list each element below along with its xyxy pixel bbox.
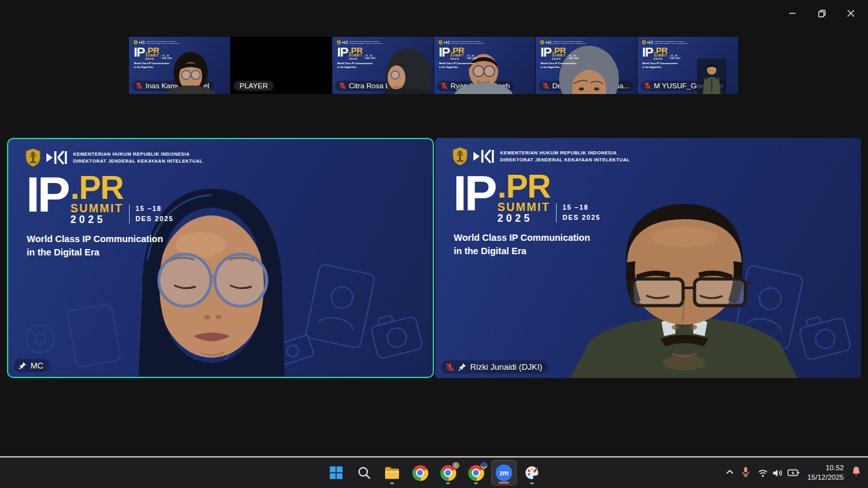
- bell-icon: [851, 466, 862, 477]
- chrome-profile-badge: [480, 461, 488, 470]
- logo-ip-text: IP: [453, 173, 495, 224]
- zoom-app-icon: zm: [496, 464, 512, 481]
- windows-start-icon: [329, 466, 343, 480]
- ministry-text: KEMENTERIAN HUKUM REPUBLIK INDONESIA DIR…: [553, 41, 587, 44]
- event-tagline: World Class IP Communication in the Digi…: [337, 62, 386, 69]
- event-dates: 15 –18 DES 2025: [467, 55, 477, 60]
- ippr-logo: IP .PR SUMMIT 2025 15 –18 DES 2025: [439, 47, 488, 60]
- thumbnail-inas[interactable]: KEMENTERIAN HUKUM REPUBLIK INDONESIA DIR…: [129, 37, 231, 94]
- summit-block: SUMMIT 2025: [71, 203, 123, 226]
- tray-date: 15/12/2025: [807, 473, 844, 482]
- running-indicator: [446, 482, 450, 484]
- restore-button[interactable]: [807, 4, 836, 23]
- logo-pr-text: .PR: [71, 175, 173, 201]
- brand-header: KEMENTERIAN HUKUM REPUBLIK INDONESIA DIR…: [452, 147, 642, 166]
- kemenkumham-logo-icon: [25, 148, 41, 167]
- chrome-profile2-button[interactable]: [463, 460, 489, 485]
- event-branding: KEMENTERIAN HUKUM REPUBLIK INDONESIA DIR…: [133, 40, 183, 69]
- ippr-logo: IP .PR SUMMIT 2025 15 –18 DES 2025: [642, 47, 691, 60]
- participant-name: MC: [31, 361, 43, 370]
- logo-ip-text: IP: [337, 47, 348, 60]
- participant-name-label: MC: [14, 359, 50, 372]
- event-dates: 15 –18 DES 2025: [162, 55, 172, 60]
- summit-block: SUMMIT 2025: [349, 54, 363, 60]
- participant-name: Rizki Junaidi (DJKI): [470, 362, 542, 372]
- chrome-icon: [412, 465, 428, 481]
- divider: [129, 205, 130, 224]
- logo-ip-text: IP: [134, 47, 145, 60]
- minimize-button[interactable]: [778, 4, 807, 23]
- zoom-app-button[interactable]: zm: [491, 460, 517, 485]
- notification-bell-button[interactable]: [851, 466, 862, 480]
- djki-logo-icon: [648, 41, 653, 44]
- tray-mic-in-use[interactable]: [741, 466, 750, 480]
- ministry-line1: KEMENTERIAN HUKUM REPUBLIK INDONESIA: [500, 149, 630, 156]
- djki-logo-icon: [46, 151, 69, 165]
- thumbnail-yusuf[interactable]: KEMENTERIAN HUKUM REPUBLIK INDONESIA DIR…: [637, 37, 739, 94]
- branding-slot: KEMENTERIAN HUKUM REPUBLIK INDONESIA DIR…: [540, 40, 637, 94]
- event-dates: 15 –18 DES 2025: [569, 55, 579, 60]
- summit-block: SUMMIT 2025: [498, 201, 550, 224]
- brand-header: KEMENTERIAN HUKUM REPUBLIK INDONESIA DIR…: [25, 148, 215, 167]
- close-button[interactable]: [836, 4, 865, 23]
- event-dates: 15 –18 DES 2025: [562, 203, 600, 223]
- ministry-line2: DIREKTORAT JENDERAL KEKAYAAN INTELEKTUAL: [654, 43, 688, 44]
- participant-name-label: Rizki Junaidi (DJKI): [441, 360, 548, 374]
- video-tile-rizki[interactable]: KEMENTERIAN HUKUM REPUBLIK INDONESIA DIR…: [435, 138, 861, 378]
- logo-pr-text: .PR: [498, 173, 600, 200]
- thumbnail-deby[interactable]: KEMENTERIAN HUKUM REPUBLIK INDONESIA DIR…: [536, 37, 637, 94]
- ministry-text: KEMENTERIAN HUKUM REPUBLIK INDONESIA DIR…: [73, 151, 203, 165]
- event-branding: KEMENTERIAN HUKUM REPUBLIK INDONESIA DIR…: [337, 40, 386, 69]
- summit-block: SUMMIT 2025: [654, 54, 668, 60]
- paint-button[interactable]: [519, 460, 545, 485]
- event-dates: 15 –18 DES 2025: [670, 55, 681, 60]
- video-tile-mc[interactable]: KEMENTERIAN HUKUM REPUBLIK INDONESIA DIR…: [7, 138, 434, 378]
- mic-muted-icon: [445, 363, 454, 372]
- chevron-up-icon: [726, 468, 734, 476]
- logo-ip-text: IP: [439, 47, 450, 60]
- event-branding: KEMENTERIAN HUKUM REPUBLIK INDONESIA DIR…: [642, 40, 691, 69]
- branding-slot: KEMENTERIAN HUKUM REPUBLIK INDONESIA DIR…: [25, 148, 215, 259]
- thumbnail-player[interactable]: PLAYER: [231, 37, 332, 94]
- paint-icon: [524, 465, 539, 480]
- tray-clock[interactable]: 10.52 15/12/2025: [807, 463, 844, 482]
- event-tagline: World Class IP Communication in the Digi…: [439, 62, 488, 69]
- thumbnail-citra[interactable]: KEMENTERIAN HUKUM REPUBLIK INDONESIA DIR…: [332, 37, 434, 94]
- window-controls: [778, 4, 865, 23]
- microphone-icon: [741, 466, 750, 477]
- chrome-profile1-button[interactable]: i: [435, 460, 461, 485]
- active-running-indicator: [499, 482, 509, 484]
- ministry-text: KEMENTERIAN HUKUM REPUBLIK INDONESIA DIR…: [349, 41, 383, 44]
- branding-slot: KEMENTERIAN HUKUM REPUBLIK INDONESIA DIR…: [438, 40, 536, 94]
- pin-icon: [458, 363, 466, 371]
- ministry-line2: DIREKTORAT JENDERAL KEKAYAAN INTELEKTUAL: [349, 43, 383, 44]
- tray-overflow-button[interactable]: [726, 467, 734, 478]
- ippr-logo: IP .PR SUMMIT 2025 15 –18 DES 2025: [541, 47, 590, 60]
- tray-network-volume-battery[interactable]: [757, 468, 800, 478]
- branding-slot: KEMENTERIAN HUKUM REPUBLIK INDONESIA DIR…: [452, 147, 642, 258]
- start-button[interactable]: [323, 460, 349, 485]
- chrome-button[interactable]: [407, 460, 433, 485]
- djki-logo-icon: [546, 41, 552, 44]
- summit-block: SUMMIT 2025: [552, 54, 566, 60]
- djki-logo-icon: [139, 41, 145, 44]
- thumbnail-ryan[interactable]: KEMENTERIAN HUKUM REPUBLIK INDONESIA DIR…: [434, 37, 536, 94]
- running-indicator: [474, 482, 478, 484]
- logo-pr-text: .PR: [552, 47, 579, 54]
- windows-taskbar: i zm: [0, 458, 868, 488]
- logo-pr-text: .PR: [451, 47, 477, 54]
- event-tagline: World Class IP Communication in the Digi…: [642, 62, 691, 69]
- logo-ip-text: IP: [541, 47, 552, 60]
- wifi-icon: [757, 468, 768, 478]
- djki-logo-icon: [473, 149, 496, 163]
- summit-block: SUMMIT 2025: [451, 54, 465, 60]
- battery-icon: [787, 468, 800, 477]
- file-explorer-button[interactable]: [379, 460, 405, 485]
- ippr-logo: IP .PR SUMMIT 2025 15 –18 DES 2025: [453, 173, 642, 224]
- summit-block: SUMMIT 2025: [146, 54, 159, 60]
- event-tagline: World Class IP Communication in the Digi…: [454, 231, 642, 258]
- search-icon: [357, 466, 371, 480]
- ippr-logo: IP .PR SUMMIT 2025 15 –18 DES 2025: [26, 175, 215, 226]
- djki-logo-icon: [444, 41, 450, 44]
- search-button[interactable]: [351, 460, 377, 485]
